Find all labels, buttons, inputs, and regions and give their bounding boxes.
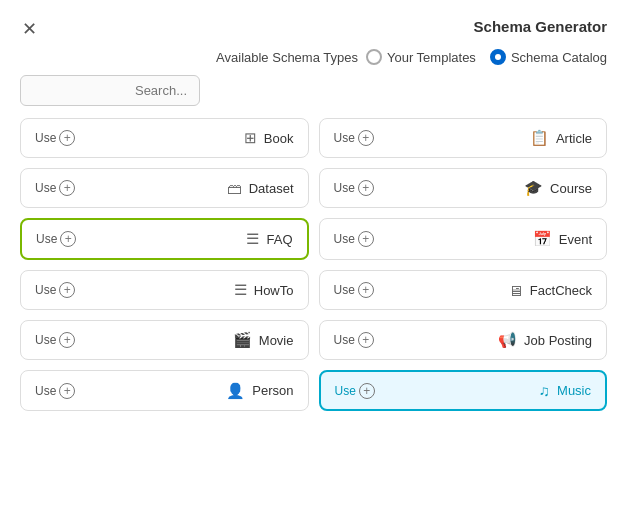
schema-name-jobposting: Job Posting: [524, 333, 592, 348]
schema-icon-factcheck: 🖥: [508, 282, 523, 299]
use-label: Use: [35, 333, 56, 347]
use-label: Use: [35, 384, 56, 398]
schema-icon-movie: 🎬: [233, 331, 252, 349]
schema-name-area-faq: ☰ FAQ: [246, 230, 292, 248]
use-label: Use: [35, 283, 56, 297]
use-plus-icon: +: [59, 130, 75, 146]
schema-card-article[interactable]: Use + 📋 Article: [319, 118, 608, 158]
use-label: Use: [335, 384, 356, 398]
schema-name-area-music: ♫ Music: [539, 382, 591, 399]
use-label: Use: [334, 232, 355, 246]
schema-card-factcheck[interactable]: Use + 🖥 FactCheck: [319, 270, 608, 310]
schema-name-howto: HowTo: [254, 283, 294, 298]
schema-icon-person: 👤: [226, 382, 245, 400]
use-button-book[interactable]: Use +: [35, 130, 75, 146]
your-templates-label: Your Templates: [387, 50, 476, 65]
use-plus-icon: +: [60, 231, 76, 247]
use-plus-icon: +: [59, 332, 75, 348]
schema-grid: Use + ⊞ Book Use + 📋 Article Use + 🗃 Dat…: [0, 118, 627, 411]
use-plus-icon: +: [358, 130, 374, 146]
schema-card-faq[interactable]: Use + ☰ FAQ: [20, 218, 309, 260]
schema-icon-music: ♫: [539, 382, 550, 399]
app-title: Schema Generator: [474, 18, 607, 35]
schema-card-dataset[interactable]: Use + 🗃 Dataset: [20, 168, 309, 208]
use-button-dataset[interactable]: Use +: [35, 180, 75, 196]
schema-icon-jobposting: 📢: [498, 331, 517, 349]
schema-name-area-person: 👤 Person: [226, 382, 293, 400]
schema-card-event[interactable]: Use + 📅 Event: [319, 218, 608, 260]
radio-circle-your-templates: [366, 49, 382, 65]
schema-name-article: Article: [556, 131, 592, 146]
use-label: Use: [334, 283, 355, 297]
schema-name-book: Book: [264, 131, 294, 146]
radio-circle-schema-catalog: [490, 49, 506, 65]
use-label: Use: [35, 181, 56, 195]
schema-card-person[interactable]: Use + 👤 Person: [20, 370, 309, 411]
use-button-course[interactable]: Use +: [334, 180, 374, 196]
schema-name-area-howto: ☰ HowTo: [234, 281, 294, 299]
radio-group: Your Templates Schema Catalog: [366, 49, 607, 65]
schema-name-movie: Movie: [259, 333, 294, 348]
schema-icon-event: 📅: [533, 230, 552, 248]
schema-icon-course: 🎓: [524, 179, 543, 197]
radio-your-templates[interactable]: Your Templates: [366, 49, 476, 65]
close-button[interactable]: ✕: [16, 16, 43, 42]
header: Schema Generator: [0, 0, 627, 43]
use-label: Use: [334, 333, 355, 347]
use-button-factcheck[interactable]: Use +: [334, 282, 374, 298]
use-button-movie[interactable]: Use +: [35, 332, 75, 348]
schema-card-music[interactable]: Use + ♫ Music: [319, 370, 608, 411]
schema-name-music: Music: [557, 383, 591, 398]
schema-icon-article: 📋: [530, 129, 549, 147]
schema-name-area-book: ⊞ Book: [244, 129, 294, 147]
use-plus-icon: +: [59, 282, 75, 298]
schema-name-area-dataset: 🗃 Dataset: [227, 180, 294, 197]
schema-name-area-jobposting: 📢 Job Posting: [498, 331, 592, 349]
schema-card-howto[interactable]: Use + ☰ HowTo: [20, 270, 309, 310]
use-plus-icon: +: [59, 383, 75, 399]
use-button-music[interactable]: Use +: [335, 383, 375, 399]
use-label: Use: [35, 131, 56, 145]
use-plus-icon: +: [59, 180, 75, 196]
use-label: Use: [36, 232, 57, 246]
use-button-person[interactable]: Use +: [35, 383, 75, 399]
radio-schema-catalog[interactable]: Schema Catalog: [490, 49, 607, 65]
schema-name-area-movie: 🎬 Movie: [233, 331, 294, 349]
schema-name-area-article: 📋 Article: [530, 129, 592, 147]
use-label: Use: [334, 131, 355, 145]
use-button-article[interactable]: Use +: [334, 130, 374, 146]
use-plus-icon: +: [358, 231, 374, 247]
schema-name-area-event: 📅 Event: [533, 230, 592, 248]
sub-header: Available Schema Types Your Templates Sc…: [0, 43, 627, 75]
use-plus-icon: +: [359, 383, 375, 399]
schema-card-book[interactable]: Use + ⊞ Book: [20, 118, 309, 158]
use-plus-icon: +: [358, 180, 374, 196]
schema-name-faq: FAQ: [266, 232, 292, 247]
schema-name-person: Person: [252, 383, 293, 398]
schema-icon-howto: ☰: [234, 281, 247, 299]
schema-card-jobposting[interactable]: Use + 📢 Job Posting: [319, 320, 608, 360]
use-plus-icon: +: [358, 282, 374, 298]
search-input[interactable]: [20, 75, 200, 106]
schema-icon-book: ⊞: [244, 129, 257, 147]
schema-catalog-label: Schema Catalog: [511, 50, 607, 65]
schema-name-factcheck: FactCheck: [530, 283, 592, 298]
use-label: Use: [334, 181, 355, 195]
use-button-faq[interactable]: Use +: [36, 231, 76, 247]
available-schema-label: Available Schema Types: [216, 50, 358, 65]
schema-card-movie[interactable]: Use + 🎬 Movie: [20, 320, 309, 360]
schema-icon-faq: ☰: [246, 230, 259, 248]
use-button-jobposting[interactable]: Use +: [334, 332, 374, 348]
schema-name-course: Course: [550, 181, 592, 196]
schema-name-event: Event: [559, 232, 592, 247]
use-button-event[interactable]: Use +: [334, 231, 374, 247]
schema-name-area-course: 🎓 Course: [524, 179, 592, 197]
schema-icon-dataset: 🗃: [227, 180, 242, 197]
toolbar: [0, 75, 627, 118]
schema-name-dataset: Dataset: [249, 181, 294, 196]
schema-card-course[interactable]: Use + 🎓 Course: [319, 168, 608, 208]
use-button-howto[interactable]: Use +: [35, 282, 75, 298]
schema-name-area-factcheck: 🖥 FactCheck: [508, 282, 592, 299]
use-plus-icon: +: [358, 332, 374, 348]
